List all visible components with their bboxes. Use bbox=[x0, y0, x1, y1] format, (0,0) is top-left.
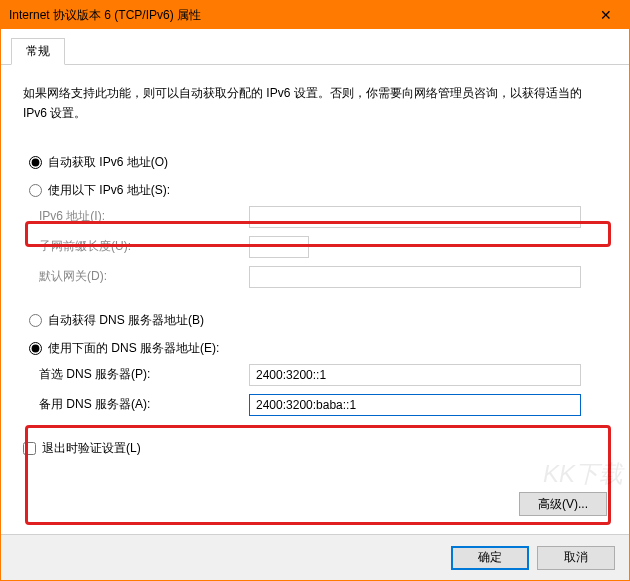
cancel-button[interactable]: 取消 bbox=[537, 546, 615, 570]
ip-gateway-row: 默认网关(D): bbox=[39, 262, 607, 292]
footer: 确定 取消 bbox=[1, 534, 629, 580]
ip-prefix-row: 子网前缀长度(U): bbox=[39, 232, 607, 262]
dns-preferred-row: 首选 DNS 服务器(P): bbox=[39, 360, 607, 390]
ip-manual-label: 使用以下 IPv6 地址(S): bbox=[48, 182, 170, 199]
ip-auto-label: 自动获取 IPv6 地址(O) bbox=[48, 154, 168, 171]
dns-section: 自动获得 DNS 服务器地址(B) 使用下面的 DNS 服务器地址(E): 首选… bbox=[23, 310, 607, 420]
ip-gateway-input bbox=[249, 266, 581, 288]
ok-button[interactable]: 确定 bbox=[451, 546, 529, 570]
advanced-area: 高级(V)... bbox=[519, 492, 607, 516]
content-area: 如果网络支持此功能，则可以自动获取分配的 IPv6 设置。否则，你需要向网络管理… bbox=[1, 65, 629, 534]
window: Internet 协议版本 6 (TCP/IPv6) 属性 ✕ 常规 如果网络支… bbox=[0, 0, 630, 581]
dns-preferred-input[interactable] bbox=[249, 364, 581, 386]
ip-address-row: IPv6 地址(I): bbox=[39, 202, 607, 232]
validate-label: 退出时验证设置(L) bbox=[42, 440, 141, 457]
ip-auto-radio-row[interactable]: 自动获取 IPv6 地址(O) bbox=[29, 152, 607, 174]
tab-strip: 常规 bbox=[1, 29, 629, 65]
tab-general[interactable]: 常规 bbox=[11, 38, 65, 65]
dns-manual-radio[interactable] bbox=[29, 342, 42, 355]
dns-alternate-input[interactable] bbox=[249, 394, 581, 416]
close-icon[interactable]: ✕ bbox=[583, 1, 629, 29]
watermark: KK下载 bbox=[543, 458, 623, 490]
ip-auto-radio[interactable] bbox=[29, 156, 42, 169]
ip-prefix-label: 子网前缀长度(U): bbox=[39, 238, 249, 255]
ip-address-label: IPv6 地址(I): bbox=[39, 208, 249, 225]
dns-manual-label: 使用下面的 DNS 服务器地址(E): bbox=[48, 340, 219, 357]
validate-checkbox[interactable] bbox=[23, 442, 36, 455]
advanced-button[interactable]: 高级(V)... bbox=[519, 492, 607, 516]
ip-gateway-label: 默认网关(D): bbox=[39, 268, 249, 285]
ip-section: 自动获取 IPv6 地址(O) 使用以下 IPv6 地址(S): IPv6 地址… bbox=[23, 152, 607, 292]
dns-alternate-row: 备用 DNS 服务器(A): bbox=[39, 390, 607, 420]
ip-manual-radio[interactable] bbox=[29, 184, 42, 197]
dns-auto-radio-row[interactable]: 自动获得 DNS 服务器地址(B) bbox=[29, 310, 607, 332]
dns-manual-radio-row[interactable]: 使用下面的 DNS 服务器地址(E): bbox=[29, 338, 607, 360]
dns-auto-label: 自动获得 DNS 服务器地址(B) bbox=[48, 312, 204, 329]
window-title: Internet 协议版本 6 (TCP/IPv6) 属性 bbox=[9, 7, 583, 24]
ip-manual-radio-row[interactable]: 使用以下 IPv6 地址(S): bbox=[29, 180, 607, 202]
ip-address-input bbox=[249, 206, 581, 228]
dns-alternate-label: 备用 DNS 服务器(A): bbox=[39, 396, 249, 413]
dns-preferred-label: 首选 DNS 服务器(P): bbox=[39, 366, 249, 383]
dns-auto-radio[interactable] bbox=[29, 314, 42, 327]
titlebar: Internet 协议版本 6 (TCP/IPv6) 属性 ✕ bbox=[1, 1, 629, 29]
ip-prefix-input bbox=[249, 236, 309, 258]
validate-row[interactable]: 退出时验证设置(L) bbox=[23, 440, 607, 457]
description-text: 如果网络支持此功能，则可以自动获取分配的 IPv6 设置。否则，你需要向网络管理… bbox=[23, 83, 607, 124]
